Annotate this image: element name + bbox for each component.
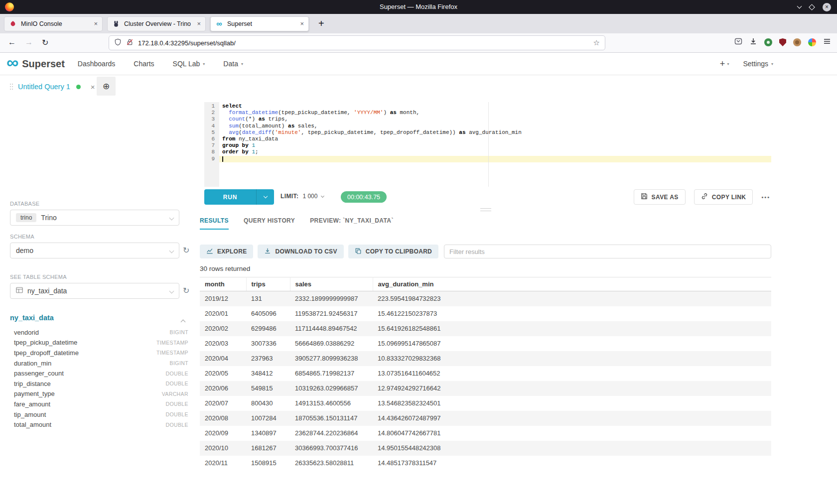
results-row: 2020/08100728418705536.15013114714.43642… xyxy=(200,411,771,426)
database-select[interactable]: trino Trino xyxy=(10,210,179,226)
results-cell: 10319263.029966857 xyxy=(290,381,373,396)
nav-item-charts[interactable]: Charts xyxy=(134,60,154,68)
results-column-header[interactable]: month xyxy=(200,277,246,291)
copy-link-label: COPY LINK xyxy=(712,194,746,201)
tab-close-icon[interactable]: × xyxy=(300,20,304,27)
editor-code-line[interactable]: sum(total_amount) as sales, xyxy=(219,123,771,129)
editor-code-line[interactable] xyxy=(219,156,771,162)
schema-select[interactable]: demo xyxy=(10,243,179,258)
drag-handle-icon[interactable] xyxy=(10,84,13,90)
tab-title: MinIO Console xyxy=(21,20,90,27)
results-cell: 1007284 xyxy=(246,411,290,426)
new-tab-button[interactable]: + xyxy=(318,18,324,29)
limit-label: LIMIT: xyxy=(280,193,298,200)
copy-clipboard-button[interactable]: COPY TO CLIPBOARD xyxy=(348,245,438,258)
results-cell: 2020/02 xyxy=(200,321,246,336)
table-column-row: total_amountDOUBLE xyxy=(10,419,188,430)
url-bar[interactable]: 172.18.0.4:32295/superset/sqllab/ ☆ xyxy=(109,35,605,50)
downloads-icon[interactable] xyxy=(749,37,757,47)
results-cell: 3007336 xyxy=(246,336,290,351)
settings-menu[interactable]: Settings▾ xyxy=(743,60,773,68)
tab-results[interactable]: RESULTS xyxy=(200,217,229,230)
limit-control[interactable]: LIMIT: 1 000 xyxy=(280,193,324,200)
results-cell: 14.436426072487997 xyxy=(373,411,771,426)
editor-line-number: 3 xyxy=(204,116,219,123)
browser-tab-superset[interactable]: ∞ Superset × xyxy=(210,16,309,31)
run-button-label[interactable]: RUN xyxy=(204,189,256,205)
editor-code-line[interactable]: order by 1; xyxy=(219,149,771,155)
download-csv-button[interactable]: DOWNLOAD TO CSV xyxy=(258,245,343,258)
run-dropdown-caret[interactable] xyxy=(256,189,274,205)
tab-close-icon[interactable]: × xyxy=(94,20,98,27)
ublock-origin-icon[interactable] xyxy=(779,38,786,46)
chevron-down-icon xyxy=(169,215,174,220)
sql-editor[interactable]: 123456789 select format_datetime(tpep_pi… xyxy=(204,102,771,187)
more-options-button[interactable]: ••• xyxy=(761,194,770,200)
bookmark-star-icon[interactable]: ☆ xyxy=(593,38,600,47)
superset-infinity-icon: ∞ xyxy=(6,56,18,69)
tab-close-icon[interactable]: × xyxy=(197,20,201,27)
reload-button[interactable]: ↻ xyxy=(42,38,48,47)
new-item-button[interactable]: +▾ xyxy=(720,59,729,69)
editor-code-line[interactable]: select xyxy=(219,103,771,110)
insecure-lock-icon[interactable] xyxy=(126,38,134,48)
table-select[interactable]: ny_taxi_data xyxy=(10,283,179,299)
collapse-table-icon[interactable] xyxy=(181,320,186,325)
filter-results-input[interactable] xyxy=(444,245,771,258)
back-button[interactable]: ← xyxy=(8,38,16,47)
editor-code-line[interactable]: format_datetime(tpep_pickup_datetime, 'Y… xyxy=(219,110,771,116)
browser-tab-trino[interactable]: Cluster Overview - Trino × xyxy=(107,16,206,31)
table-schema-title[interactable]: ny_taxi_data xyxy=(10,314,54,322)
editor-code[interactable]: select format_datetime(tpep_pickup_datet… xyxy=(219,102,771,187)
results-cell: 2020/03 xyxy=(200,336,246,351)
table-select-value: ny_taxi_data xyxy=(27,287,67,295)
results-column-header[interactable]: avg_duration_min xyxy=(373,277,771,291)
explore-label: EXPLORE xyxy=(217,248,247,255)
results-cell: 10.833327029832368 xyxy=(373,351,771,366)
add-query-tab-button[interactable]: ⊕ xyxy=(97,77,116,96)
window-maximize-icon[interactable] xyxy=(809,4,815,10)
results-cell: 15.096995147865087 xyxy=(373,336,771,351)
editor-code-line[interactable]: count(*) as trips, xyxy=(219,116,771,123)
column-type: BIGINT xyxy=(170,360,188,366)
editor-code-line[interactable]: avg(date_diff('minute', tpep_pickup_date… xyxy=(219,129,771,136)
pane-resize-handle[interactable] xyxy=(480,208,491,211)
forward-button[interactable]: → xyxy=(25,38,33,47)
save-as-button[interactable]: SAVE AS xyxy=(634,189,686,205)
results-column-header[interactable]: sales xyxy=(290,277,373,291)
editor-code-line[interactable]: from ny_taxi_data xyxy=(219,136,771,142)
extension-icon-pinwheel[interactable] xyxy=(808,38,816,46)
query-tab-close-icon[interactable]: × xyxy=(91,83,95,91)
chevron-down-icon xyxy=(169,288,174,293)
nav-item-data[interactable]: Data▾ xyxy=(223,60,243,68)
refresh-table-icon[interactable]: ↻ xyxy=(183,286,189,295)
run-button[interactable]: RUN xyxy=(204,189,274,205)
window-shade-icon[interactable] xyxy=(797,4,802,9)
tab-query-history[interactable]: QUERY HISTORY xyxy=(244,217,295,230)
pocket-icon[interactable] xyxy=(734,37,742,47)
query-tab-untitled-1[interactable]: Untitled Query 1 × xyxy=(10,79,95,95)
results-cell: 6299486 xyxy=(246,321,290,336)
run-toolbar: RUN LIMIT: 1 000 00:00:43.75 SAVE AS xyxy=(204,189,771,205)
superset-logo[interactable]: ∞ Superset xyxy=(6,58,65,70)
copy-link-button[interactable]: COPY LINK xyxy=(694,189,753,205)
refresh-schema-icon[interactable]: ↻ xyxy=(183,246,189,255)
nav-item-sql-lab[interactable]: SQL Lab▾ xyxy=(173,60,205,68)
tab-preview-table[interactable]: PREVIEW: `NY_TAXI_DATA` xyxy=(310,217,394,230)
nav-item-dashboards[interactable]: Dashboards xyxy=(78,60,116,68)
extension-icon-green[interactable] xyxy=(764,38,772,46)
editor-code-line[interactable]: group by 1 xyxy=(219,142,771,149)
extension-icon-monkey[interactable] xyxy=(793,38,801,46)
results-cell: 26335623.58028811 xyxy=(290,456,373,466)
results-row: 2020/0654981510319263.02996685712.974924… xyxy=(200,381,771,396)
results-row: 2020/10168126730366993.70037741614.95015… xyxy=(200,441,771,456)
results-tab-bar: RESULTS QUERY HISTORY PREVIEW: `NY_TAXI_… xyxy=(200,217,394,230)
url-text[interactable]: 172.18.0.4:32295/superset/sqllab/ xyxy=(138,39,589,47)
results-cell: 1681267 xyxy=(246,441,290,456)
results-column-header[interactable]: trips xyxy=(246,277,290,291)
explore-button[interactable]: EXPLORE xyxy=(200,245,253,258)
tracking-protection-shield-icon[interactable] xyxy=(114,38,122,48)
menu-hamburger-icon[interactable] xyxy=(823,37,831,47)
window-close-icon[interactable]: × xyxy=(823,3,831,11)
browser-tab-minio[interactable]: MinIO Console × xyxy=(4,16,103,31)
